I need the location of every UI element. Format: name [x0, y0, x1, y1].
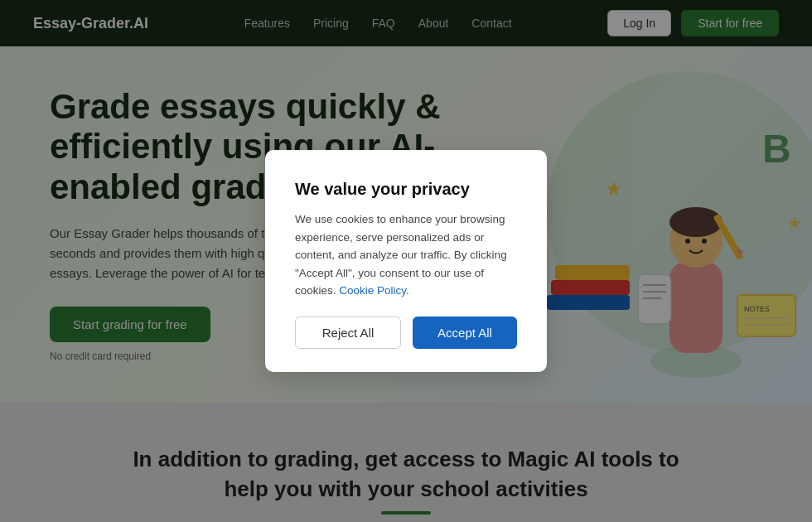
modal-overlay: We value your privacy We use cookies to …	[0, 0, 812, 522]
modal-title: We value your privacy	[295, 180, 517, 199]
modal-actions: Reject All Accept All	[295, 317, 517, 349]
accept-all-button[interactable]: Accept All	[413, 317, 517, 349]
modal-body: We use cookies to enhance your browsing …	[295, 210, 517, 300]
cookie-policy-link[interactable]: Cookie Policy	[339, 284, 406, 297]
cookie-modal: We value your privacy We use cookies to …	[265, 150, 547, 372]
reject-all-button[interactable]: Reject All	[295, 317, 401, 349]
